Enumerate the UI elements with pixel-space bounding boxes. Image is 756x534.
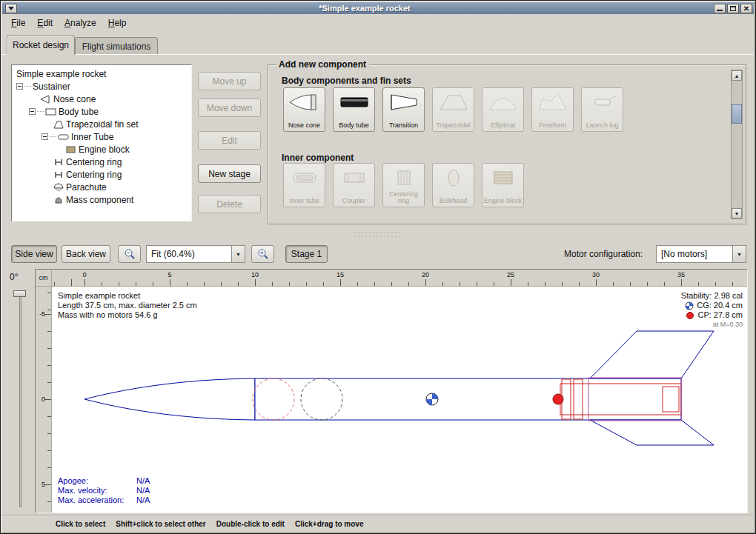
ruler-label: 20	[422, 271, 429, 278]
cp-icon	[686, 311, 694, 320]
rotation-angle-label: 0°	[10, 272, 18, 282]
launch-lug-icon	[586, 91, 620, 113]
chevron-down-icon[interactable]: ▼	[231, 246, 245, 262]
tree-item-label: Nose cone	[53, 94, 96, 104]
add-engine-block-button: Engine block	[482, 163, 524, 207]
minimize-button[interactable]	[714, 4, 726, 13]
motor-configuration-value: [No motors]	[657, 249, 732, 259]
splitter-dots: ·············	[354, 235, 402, 238]
status-hint: Double-click to edit	[216, 520, 285, 528]
inner-tube-icon	[58, 132, 71, 142]
splitter-handle[interactable]: ············· ·············	[1, 227, 755, 241]
tree-item-label: Engine block	[79, 144, 130, 155]
component-button-label: Elliptical	[491, 122, 515, 129]
tree-item-centering-ring-2[interactable]: Centering ring	[12, 168, 191, 181]
component-button-label: Launch lug	[586, 122, 618, 129]
body-tube-icon	[337, 91, 371, 113]
component-button-label: Centering ring	[384, 191, 423, 204]
bulkhead-icon	[437, 167, 471, 189]
add-nose-cone-button[interactable]: Nose cone	[283, 87, 325, 132]
stability-value: Stability: 2.98 cal	[681, 291, 743, 301]
new-stage-button[interactable]: New stage	[198, 164, 261, 183]
rocket-canvas[interactable]: Simple example rocket Length 37.5 cm, ma…	[52, 287, 747, 513]
ruler-label: 30	[592, 271, 600, 278]
scrollbar[interactable]: ▲ ▼	[731, 70, 743, 219]
side-view-button[interactable]: Side view	[11, 245, 57, 263]
tree-item-rocket[interactable]: Simple example rocket	[12, 67, 191, 80]
tree-item-parachute[interactable]: Parachute	[12, 181, 191, 193]
scroll-up-icon[interactable]: ▲	[732, 70, 742, 81]
groupbox-title: Add new component	[276, 59, 369, 70]
scrollbar-thumb[interactable]	[732, 104, 742, 124]
status-hint: Click to select	[56, 520, 105, 528]
add-trapezoidal-fin-button: Trapezoidal	[432, 87, 474, 132]
add-inner-tube-button: Inner tube	[283, 163, 325, 207]
tree-wire	[24, 86, 31, 87]
ruler-label: 5	[168, 271, 171, 278]
menu-help[interactable]: Help	[102, 16, 133, 30]
tree-item-centering-ring-1[interactable]: Centering ring	[12, 156, 191, 168]
inner-tube-icon	[288, 167, 322, 189]
zoom-in-icon	[257, 248, 269, 260]
add-freeform-fin-button: Freeform	[531, 87, 574, 132]
component-button-label: Coupler	[342, 198, 366, 204]
collapse-toggle-icon[interactable]	[16, 83, 23, 90]
add-body-tube-button[interactable]: Body tube	[333, 87, 375, 132]
close-button[interactable]: ✕	[740, 4, 752, 13]
trapezoidal-fin-icon	[437, 91, 471, 113]
tree-wire	[50, 136, 56, 137]
tree-item-body-tube[interactable]: Body tube	[12, 105, 191, 118]
stage-1-toggle-button[interactable]: Stage 1	[285, 245, 328, 263]
collapse-toggle-icon[interactable]	[29, 108, 36, 115]
add-component-groupbox: Add new component Body components and fi…	[268, 64, 746, 224]
triangle-down-icon	[8, 7, 14, 10]
tree-item-engine-block[interactable]: Engine block	[12, 143, 191, 156]
tree-item-fin-set[interactable]: Trapezoidal fin set	[12, 118, 191, 130]
component-button-label: Inner tube	[289, 198, 319, 204]
rocket-drawing[interactable]	[52, 287, 747, 513]
tree-item-mass-component[interactable]: Mass component	[12, 193, 191, 206]
zoom-out-button[interactable]	[118, 245, 141, 263]
zoom-in-button[interactable]	[251, 245, 274, 263]
edit-button: Edit	[198, 131, 261, 150]
scroll-down-icon[interactable]: ▼	[732, 208, 742, 218]
stability-info: Stability: 2.98 cal CG: 20.4 cm CP: 27.8…	[681, 291, 743, 330]
ruler-label: 15	[336, 271, 344, 278]
centering-ring-icon	[387, 167, 421, 189]
collapse-toggle-icon[interactable]	[42, 133, 48, 140]
ruler-label: 5	[42, 481, 45, 488]
centering-ring-icon	[53, 170, 66, 180]
tree-item-label: Sustainer	[33, 81, 70, 92]
maximize-button[interactable]	[727, 4, 739, 13]
tab-rocket-design[interactable]: Rocket design	[7, 35, 75, 55]
tree-item-nose-cone[interactable]: Nose cone	[12, 93, 191, 105]
apogee-value: N/A	[136, 476, 150, 485]
rotation-slider-track[interactable]	[19, 291, 21, 507]
nose-cone-icon	[40, 94, 53, 104]
zoom-level-combobox[interactable]: Fit (60.4%) ▼	[146, 245, 245, 263]
back-view-button[interactable]: Back view	[62, 245, 110, 263]
menu-file[interactable]: File	[5, 16, 31, 30]
section-body-components: Body components and fin sets	[282, 76, 411, 86]
status-hint: Click+drag to move	[295, 520, 364, 528]
chevron-down-icon[interactable]: ▼	[732, 246, 746, 262]
tree-wire	[37, 111, 44, 112]
tree-item-inner-tube[interactable]: Inner Tube	[12, 130, 191, 143]
tree-item-sustainer[interactable]: Sustainer	[12, 80, 191, 93]
cp-value: CP: 27.8 cm	[697, 310, 743, 320]
motor-configuration-label: Motor configuration:	[564, 245, 643, 263]
tab-flight-simulations[interactable]: Flight simulations	[75, 37, 158, 55]
rocket-size: Length 37.5 cm, max. diameter 2.5 cm	[58, 301, 197, 310]
zoom-out-icon	[124, 248, 136, 260]
max-acceleration-value: N/A	[136, 495, 150, 504]
window-menu-icon[interactable]	[5, 4, 17, 13]
menu-edit[interactable]: Edit	[31, 16, 59, 30]
menu-analyze[interactable]: Analyze	[59, 16, 102, 30]
motor-configuration-combobox[interactable]: [No motors] ▼	[656, 245, 746, 263]
move-down-button: Move down	[198, 99, 261, 117]
add-transition-button[interactable]: Transition	[382, 87, 425, 132]
close-icon: ✕	[743, 5, 749, 12]
rotation-slider-handle[interactable]	[13, 290, 26, 297]
titlebar: *Simple example rocket ✕	[2, 2, 754, 14]
ruler-label: 0	[42, 396, 45, 403]
